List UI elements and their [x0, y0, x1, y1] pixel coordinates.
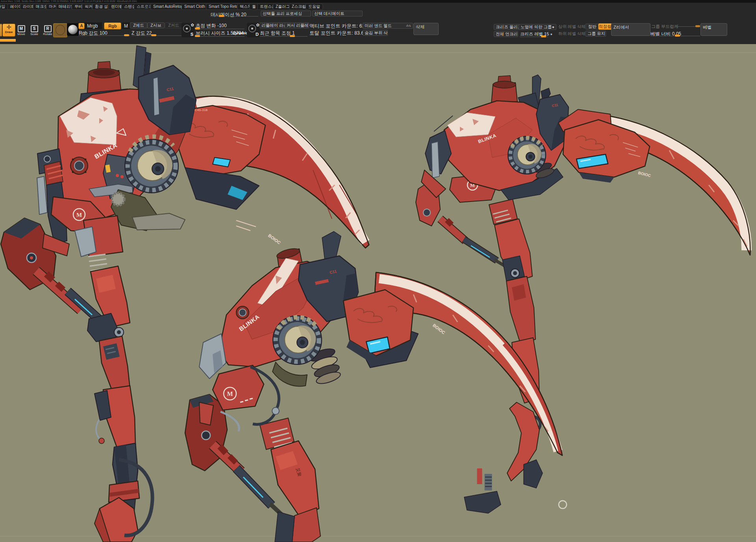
svg-text:M: M [76, 212, 82, 218]
svg-text:M: M [227, 390, 233, 397]
